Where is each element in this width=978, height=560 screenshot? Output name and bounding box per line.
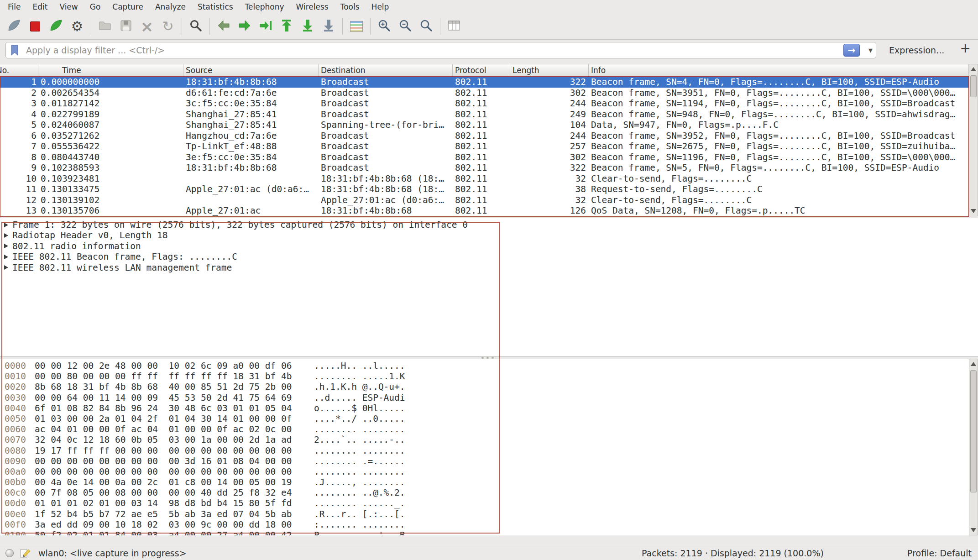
- scrollbar-thumb[interactable]: [970, 75, 977, 97]
- hex-row[interactable]: 00e01f 52 b4 b5 b7 72 ae e5 5b ab 3a ed …: [5, 509, 969, 519]
- packet-row[interactable]: 10.00000000018:31:bf:4b:8b:68Broadcast80…: [0, 77, 969, 88]
- add-filter-button[interactable]: +: [960, 41, 971, 56]
- close-file-button[interactable]: ×: [136, 16, 157, 37]
- column-header-destination[interactable]: Destination: [319, 64, 453, 76]
- menu-item-wireless[interactable]: Wireless: [290, 1, 335, 12]
- column-header-time[interactable]: Time: [38, 64, 183, 76]
- hex-row[interactable]: 005001 03 00 00 2a 01 04 2f 01 04 30 14 …: [5, 413, 969, 424]
- column-header-source[interactable]: Source: [183, 64, 319, 76]
- hex-row[interactable]: 00f03a ed dd 09 00 10 18 02 03 00 9c 00 …: [5, 519, 969, 530]
- start-capture-button[interactable]: [4, 16, 25, 37]
- menu-item-telephony[interactable]: Telephony: [239, 1, 290, 12]
- packet-row[interactable]: 50.024060087Shanghai_27:85:41Spanning-tr…: [0, 120, 969, 131]
- column-header-protocol[interactable]: Protocol: [453, 64, 510, 76]
- detail-row[interactable]: 802.11 radio information: [0, 241, 978, 251]
- go-to-packet-button[interactable]: [255, 16, 276, 37]
- packet-row[interactable]: 60.035271262Hangzhou_cd:7a:6eBroadcast80…: [0, 131, 969, 141]
- hex-row[interactable]: 000000 00 12 00 2e 48 00 00 10 02 6c 09 …: [5, 361, 969, 371]
- menu-item-capture[interactable]: Capture: [106, 1, 149, 12]
- scrollbar-thumb[interactable]: [970, 370, 977, 492]
- go-back-button[interactable]: [213, 16, 234, 37]
- hex-row[interactable]: 003000 00 64 00 11 14 00 09 45 53 50 2d …: [5, 393, 969, 403]
- zoom-out-button[interactable]: [395, 16, 416, 37]
- hex-row[interactable]: 00208b 68 18 31 bf 4b 8b 68 40 00 85 51 …: [5, 382, 969, 392]
- expander-icon[interactable]: [4, 265, 8, 270]
- zoom-in-button[interactable]: [374, 16, 395, 37]
- packet-list-scrollbar[interactable]: [969, 64, 978, 216]
- menu-item-help[interactable]: Help: [366, 1, 395, 12]
- capture-status-led-icon[interactable]: [5, 549, 14, 557]
- reload-file-button[interactable]: ↻: [157, 16, 178, 37]
- hex-row[interactable]: 00d001 01 01 02 01 00 03 14 98 d8 bd b4 …: [5, 498, 969, 508]
- open-file-button[interactable]: [94, 16, 115, 37]
- hex-row[interactable]: 00a000 00 00 00 00 00 00 00 00 00 00 00 …: [5, 466, 969, 477]
- hex-row[interactable]: 00b000 4a 0e 14 00 0a 00 2c 01 c8 00 14 …: [5, 477, 969, 487]
- expander-icon[interactable]: [4, 223, 8, 227]
- shark-fin-icon: [7, 18, 21, 35]
- colorize-button[interactable]: [346, 16, 367, 37]
- detail-row[interactable]: Frame 1: 322 bytes on wire (2576 bits), …: [0, 220, 978, 230]
- menu-item-tools[interactable]: Tools: [335, 1, 366, 12]
- menu-item-file[interactable]: File: [2, 1, 26, 12]
- detail-text: Frame 1: 322 bytes on wire (2576 bits), …: [12, 220, 468, 230]
- menu-item-analyze[interactable]: Analyze: [149, 1, 192, 12]
- profile-button[interactable]: Profile: Default: [907, 548, 972, 558]
- hex-row[interactable]: 00406f 01 08 82 84 8b 96 24 30 48 6c 03 …: [5, 403, 969, 413]
- hex-row[interactable]: 007032 04 0c 12 18 60 0b 05 03 00 1a 00 …: [5, 434, 969, 445]
- scroll-up-icon[interactable]: [971, 67, 976, 71]
- hex-row[interactable]: 001000 00 80 00 00 00 ff ff ff ff ff ff …: [5, 371, 969, 382]
- filter-dropdown-caret-icon[interactable]: ▾: [868, 45, 873, 55]
- packet-row[interactable]: 20.002654354d6:61:fe:cd:7a:6eBroadcast80…: [0, 88, 969, 99]
- capture-comment-icon[interactable]: [20, 548, 31, 560]
- expression-button[interactable]: Expression...: [889, 45, 944, 55]
- scroll-up-icon[interactable]: [971, 362, 976, 366]
- pane-splitter-handle[interactable]: [477, 357, 497, 359]
- hex-row[interactable]: 009000 00 00 00 00 00 00 00 00 3d 16 01 …: [5, 456, 969, 466]
- packet-row[interactable]: 70.055536422Tp-LinkT_ef:48:88Broadcast80…: [0, 141, 969, 152]
- column-header-length[interactable]: Length: [510, 64, 589, 76]
- resize-columns-button[interactable]: [444, 16, 465, 37]
- hex-row[interactable]: 008019 17 ff ff ff 00 00 00 00 00 00 00 …: [5, 445, 969, 456]
- menu-item-statistics[interactable]: Statistics: [192, 1, 239, 12]
- packet-row[interactable]: 40.022799189Shanghai_27:85:41Broadcast80…: [0, 109, 969, 120]
- go-forward-button[interactable]: [234, 16, 255, 37]
- packet-row[interactable]: 30.0118271423c:f5:cc:0e:35:84Broadcast80…: [0, 98, 969, 109]
- hex-offset: 00f0: [5, 519, 35, 530]
- expander-icon[interactable]: [4, 244, 8, 248]
- hex-scrollbar[interactable]: [969, 359, 978, 535]
- bookmark-icon[interactable]: [10, 44, 19, 58]
- column-header-info[interactable]: Info: [589, 64, 969, 76]
- hex-row[interactable]: 00c000 7f 08 05 00 08 00 00 00 00 40 dd …: [5, 487, 969, 498]
- packet-row[interactable]: 90.10238859318:31:bf:4b:8b:68Broadcast80…: [0, 162, 969, 173]
- packet-row[interactable]: 130.130135706Apple_27:01:ac18:31:bf:4b:8…: [0, 205, 969, 216]
- packet-counts-text: Packets: 2119 · Displayed: 2119 (100.0%): [642, 548, 824, 558]
- go-last-packet-button[interactable]: [297, 16, 318, 37]
- go-first-packet-button[interactable]: [276, 16, 297, 37]
- packet-row[interactable]: 120.130139102Apple_27:01:ac (d0:a6:…802.…: [0, 195, 969, 206]
- scroll-down-icon[interactable]: [971, 209, 976, 213]
- find-packet-button[interactable]: [185, 16, 206, 37]
- menu-item-view[interactable]: View: [53, 1, 84, 12]
- save-file-button[interactable]: [115, 16, 136, 37]
- packet-row[interactable]: 80.0804437403e:f5:cc:0e:35:84Broadcast80…: [0, 152, 969, 163]
- hex-row[interactable]: 0060ac 04 01 00 00 0f ac 04 01 00 00 0f …: [5, 424, 969, 434]
- scroll-down-icon[interactable]: [971, 528, 976, 532]
- packet-row[interactable]: 100.10392348118:31:bf:4b:8b:68 (18:…802.…: [0, 173, 969, 184]
- detail-row[interactable]: Radiotap Header v0, Length 18: [0, 230, 978, 241]
- column-header-no[interactable]: No.: [0, 64, 38, 76]
- stop-capture-button[interactable]: [25, 16, 46, 37]
- menu-item-edit[interactable]: Edit: [26, 1, 53, 12]
- restart-capture-button[interactable]: [46, 16, 67, 37]
- packet-row[interactable]: 110.130133475Apple_27:01:ac (d0:a6:…18:3…: [0, 184, 969, 195]
- detail-row[interactable]: IEEE 802.11 Beacon frame, Flags: .......…: [0, 251, 978, 262]
- auto-scroll-button[interactable]: [318, 16, 339, 37]
- capture-options-button[interactable]: ⚙: [67, 16, 88, 37]
- zoom-original-button[interactable]: [416, 16, 437, 37]
- expander-icon[interactable]: [4, 233, 8, 238]
- hex-row[interactable]: 010050 f2 02 01 01 84 00 03 a4 00 00 27 …: [5, 530, 969, 535]
- menu-item-go[interactable]: Go: [84, 1, 107, 12]
- expander-icon[interactable]: [4, 255, 8, 259]
- detail-row[interactable]: IEEE 802.11 wireless LAN management fram…: [0, 262, 978, 273]
- display-filter-input[interactable]: [5, 42, 876, 58]
- apply-filter-button[interactable]: →: [843, 44, 860, 57]
